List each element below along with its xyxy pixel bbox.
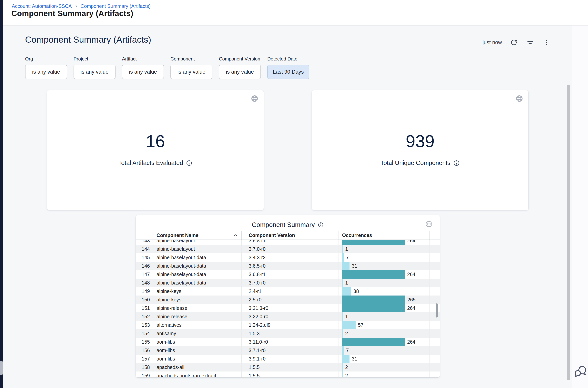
stat-label: Total Artifacts Evaluated bbox=[118, 159, 183, 167]
table-row[interactable]: 156 aom-libs 3.7.1-r0 7 bbox=[136, 346, 440, 355]
info-icon[interactable] bbox=[453, 160, 460, 166]
info-icon[interactable] bbox=[318, 222, 324, 228]
table-row[interactable]: 159 apacheds-bootstrap-extract 1.5.5 2 bbox=[136, 371, 440, 377]
stat-card: 16 Total Artifacts Evaluated bbox=[47, 90, 264, 210]
component-version-cell: 3.7.0-r0 bbox=[241, 279, 339, 287]
table-row[interactable]: 157 aom-libs 3.9.1-r0 31 bbox=[136, 355, 440, 363]
occurrence-value: 264 bbox=[407, 305, 415, 311]
table-row[interactable]: 144 alpine-baselayout 3.7.0-r0 1 bbox=[136, 245, 440, 253]
row-number: 158 bbox=[136, 363, 152, 371]
left-nav-rail bbox=[0, 0, 3, 388]
filter-value-button[interactable]: is any value bbox=[171, 65, 212, 79]
occurrence-value: 2 bbox=[345, 373, 348, 377]
filter-control: Detected Date Last 90 Days bbox=[267, 56, 309, 79]
occurrence-bar bbox=[342, 245, 343, 253]
row-number: 159 bbox=[136, 371, 152, 377]
component-version-cell: 3.11.0-r0 bbox=[241, 338, 339, 346]
table-row[interactable]: 152 alpine-release 3.22.0-r0 1 bbox=[136, 312, 440, 321]
column-header-component-name[interactable]: Component Name bbox=[152, 231, 241, 240]
occurrences-cell: 7 bbox=[339, 253, 430, 262]
table-row[interactable]: 150 alpine-keys 2.5-r0 265 bbox=[136, 295, 440, 304]
table-row[interactable]: 148 alpine-baselayout-data 3.7.0-r0 1 bbox=[136, 279, 440, 287]
refresh-icon bbox=[510, 39, 518, 46]
occurrence-bar bbox=[342, 279, 343, 287]
table-row[interactable]: 155 aom-libs 3.11.0-r0 264 bbox=[136, 338, 440, 346]
refresh-button[interactable] bbox=[510, 38, 518, 47]
table-row[interactable]: 158 apacheds-all 1.5.5 2 bbox=[136, 363, 440, 371]
component-name-cell: apacheds-all bbox=[152, 363, 241, 371]
table-body: 143 alpine-baselayout 3.6.8-r1 264 144 a… bbox=[136, 240, 440, 377]
table-row[interactable]: 149 alpine-keys 2.4-r1 38 bbox=[136, 287, 440, 295]
page-scrollbar-thumb[interactable] bbox=[567, 85, 570, 380]
occurrences-cell: 31 bbox=[339, 262, 430, 270]
filter-value-button[interactable]: is any value bbox=[74, 65, 115, 79]
occurrences-cell: 2 bbox=[339, 363, 430, 371]
component-name-cell: alpine-baselayout-data bbox=[152, 253, 241, 262]
occurrence-bar bbox=[342, 355, 349, 363]
filter-control: Org is any value bbox=[25, 56, 67, 79]
breadcrumb-account-link[interactable]: Account: Automation-SSCA bbox=[12, 3, 72, 9]
component-version-cell: 2.4-r1 bbox=[241, 287, 339, 295]
filter-control: Component is any value bbox=[171, 56, 212, 79]
dashboard-title: Component Summary (Artifacts) bbox=[25, 35, 151, 45]
component-name-cell: alpine-baselayout-data bbox=[152, 262, 241, 270]
component-version-cell: 3.9.1-r0 bbox=[241, 355, 339, 363]
globe-icon[interactable] bbox=[251, 95, 259, 102]
row-number: 154 bbox=[136, 329, 152, 338]
row-number: 150 bbox=[136, 295, 152, 304]
row-number: 153 bbox=[136, 321, 152, 329]
kebab-menu-icon bbox=[543, 39, 550, 46]
table-row[interactable]: 143 alpine-baselayout 3.6.8-r1 264 bbox=[136, 240, 440, 245]
component-name-cell: aom-libs bbox=[152, 346, 241, 355]
table-scrollbar-thumb[interactable] bbox=[436, 303, 438, 317]
stat-value: 16 bbox=[47, 131, 264, 151]
row-number: 156 bbox=[136, 346, 152, 355]
dashboard-controls: just now bbox=[482, 38, 551, 47]
occurrence-bar bbox=[342, 253, 344, 262]
filter-label: Org bbox=[25, 56, 67, 62]
table-row[interactable]: 154 antisamy 1.5.3 2 bbox=[136, 329, 440, 338]
globe-icon[interactable] bbox=[515, 95, 523, 102]
filter-value-button[interactable]: is any value bbox=[122, 65, 164, 79]
table-row[interactable]: 147 alpine-baselayout-data 3.6.8-r1 264 bbox=[136, 270, 440, 279]
occurrence-value: 57 bbox=[358, 322, 363, 328]
breadcrumb-current-link[interactable]: Component Summary (Artifacts) bbox=[81, 3, 151, 9]
occurrence-value: 1 bbox=[345, 314, 348, 319]
occurrence-bar bbox=[342, 287, 351, 295]
dashboard-filters-button[interactable] bbox=[526, 38, 534, 47]
occurrence-bar bbox=[342, 240, 405, 245]
occurrences-cell: 1 bbox=[339, 312, 430, 321]
table-row[interactable]: 145 alpine-baselayout-data 3.4.3-r2 7 bbox=[136, 253, 440, 262]
component-name-cell: alpine-baselayout-data bbox=[152, 279, 241, 287]
info-icon[interactable] bbox=[186, 160, 192, 166]
sort-ascending-icon[interactable] bbox=[233, 233, 238, 238]
occurrence-bar bbox=[342, 329, 343, 338]
filter-value-button[interactable]: is any value bbox=[219, 65, 261, 79]
occurrences-cell: 57 bbox=[339, 321, 430, 329]
occurrence-value: 31 bbox=[352, 356, 357, 362]
column-header-row-number bbox=[136, 231, 152, 240]
occurrences-cell: 264 bbox=[339, 240, 430, 245]
occurrence-value: 2 bbox=[345, 331, 348, 336]
page-title: Component Summary (Artifacts) bbox=[11, 9, 133, 18]
occurrences-cell: 264 bbox=[339, 304, 430, 312]
filter-value-button[interactable]: is any value bbox=[25, 65, 67, 79]
filter-icon bbox=[526, 39, 534, 46]
row-number: 144 bbox=[136, 245, 152, 253]
table-row[interactable]: 153 alternatives 1.24-2.el9 57 bbox=[136, 321, 440, 329]
occurrences-cell: 265 bbox=[339, 295, 430, 304]
row-number: 151 bbox=[136, 304, 152, 312]
filter-value-button[interactable]: Last 90 Days bbox=[267, 65, 309, 79]
stat-cards-row: 16 Total Artifacts Evaluated 939 Total U… bbox=[47, 90, 528, 210]
nav-rail-handle[interactable] bbox=[0, 361, 3, 375]
breadcrumb-chevron-icon: › bbox=[75, 3, 77, 9]
component-version-cell: 3.6.8-r1 bbox=[241, 270, 339, 279]
table-row[interactable]: 151 alpine-release 3.21.3-r0 264 bbox=[136, 304, 440, 312]
table-title-row: Component Summary bbox=[136, 221, 440, 229]
column-header-component-version[interactable]: Component Version bbox=[241, 231, 339, 240]
chat-support-icon[interactable] bbox=[573, 364, 587, 378]
component-name-cell: alpine-release bbox=[152, 312, 241, 321]
more-options-button[interactable] bbox=[542, 38, 551, 47]
column-header-occurrences[interactable]: Occurrences bbox=[339, 231, 430, 240]
table-row[interactable]: 146 alpine-baselayout-data 3.6.5-r0 31 bbox=[136, 262, 440, 270]
